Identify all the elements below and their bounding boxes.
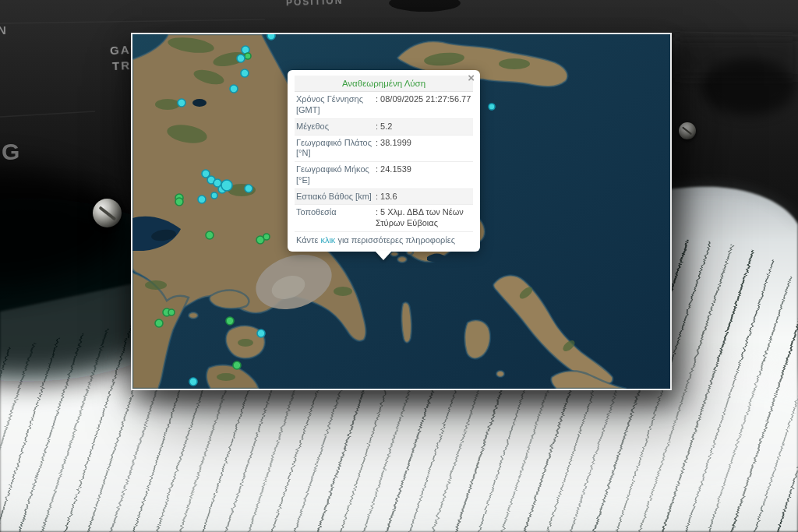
- earthquake-marker[interactable]: [233, 361, 241, 369]
- lake: [192, 99, 207, 107]
- row-value: : 13.6: [376, 192, 471, 203]
- earthquake-marker[interactable]: [230, 85, 238, 93]
- row-label: Χρόνος Γέννησης [GMT]: [296, 94, 376, 116]
- earthquake-marker[interactable]: [211, 192, 217, 199]
- close-icon[interactable]: ×: [468, 71, 475, 86]
- earthquake-marker[interactable]: [175, 198, 183, 206]
- knob-silhouette: [700, 59, 796, 115]
- earthquake-marker[interactable]: [178, 99, 185, 107]
- earthquake-marker[interactable]: [198, 196, 206, 203]
- popup-row: Μέγεθος: 5.2: [295, 119, 473, 136]
- popup-title: Αναθεωρημένη Λύση: [295, 76, 473, 92]
- screw: [679, 122, 696, 139]
- device-label-n: N: [0, 23, 8, 37]
- earthquake-marker[interactable]: [267, 34, 275, 40]
- earthquake-info-popup: × Αναθεωρημένη Λύση Χρόνος Γέννησης [GMT…: [288, 70, 480, 252]
- screw: [93, 199, 122, 227]
- earthquake-marker[interactable]: [257, 329, 265, 337]
- earthquake-marker[interactable]: [241, 69, 249, 77]
- popup-row: Γεωγραφικό Πλάτος [°N]: 38.1999: [295, 136, 473, 163]
- earthquake-marker[interactable]: [189, 378, 197, 386]
- earthquake-marker[interactable]: [489, 104, 495, 110]
- scene: N GAIN TRIM ATTENUATOR POSITION G: [0, 0, 798, 532]
- popup-pointer: [375, 251, 392, 260]
- footer-text: Κάντε: [296, 235, 320, 245]
- row-label: Μέγεθος: [296, 122, 376, 132]
- click-link[interactable]: κλικ: [320, 235, 335, 245]
- landmass-kea: [464, 320, 490, 359]
- earthquake-marker[interactable]: [155, 319, 163, 327]
- popup-row: Γεωγραφικό Μήκος [°E]: 24.1539: [295, 162, 473, 189]
- row-value: : 5 Χλμ. ΔΒΔ των Νέων Στύρων Εύβοιας: [376, 207, 471, 229]
- popup-row: Εστιακό Βάθος [km]: 13.6: [295, 189, 473, 206]
- earthquake-marker[interactable]: [221, 180, 232, 191]
- popup-row: Χρόνος Γέννησης [GMT]: 08/09/2025 21:27:…: [295, 92, 473, 119]
- footer-text: για περισσότερες πληροφορίες: [335, 235, 455, 245]
- earthquake-marker[interactable]: [263, 234, 270, 240]
- earthquake-marker[interactable]: [245, 53, 251, 59]
- row-value: : 38.1999: [376, 138, 471, 160]
- earthquake-marker[interactable]: [226, 317, 234, 325]
- device-label-g: G: [2, 139, 19, 165]
- row-label: Γεωγραφικό Μήκος [°E]: [296, 164, 376, 186]
- earthquake-marker[interactable]: [245, 185, 252, 192]
- landmass-salamis: [210, 291, 249, 309]
- earthquake-marker[interactable]: [206, 231, 214, 239]
- earthquake-marker[interactable]: [237, 55, 245, 62]
- row-value: : 24.1539: [376, 164, 471, 186]
- landmass-makronisos: [401, 302, 411, 343]
- row-value: : 5.2: [376, 122, 471, 132]
- earthquake-marker[interactable]: [168, 309, 175, 315]
- row-label: Τοποθεσία: [296, 207, 376, 229]
- popup-rows: Χρόνος Γέννησης [GMT]: 08/09/2025 21:27:…: [295, 92, 473, 232]
- row-label: Εστιακό Βάθος [km]: [296, 192, 376, 203]
- satellite-map[interactable]: × Αναθεωρημένη Λύση Χρόνος Γέννησης [GMT…: [131, 33, 672, 390]
- popup-footer: Κάντε κλικ για περισσότερες πληροφορίες: [295, 232, 473, 248]
- row-label: Γεωγραφικό Πλάτος [°N]: [296, 138, 376, 160]
- popup-row: Τοποθεσία: 5 Χλμ. ΔΒΔ των Νέων Στύρων Εύ…: [295, 205, 473, 232]
- row-value: : 08/09/2025 21:27:56.77: [376, 94, 471, 116]
